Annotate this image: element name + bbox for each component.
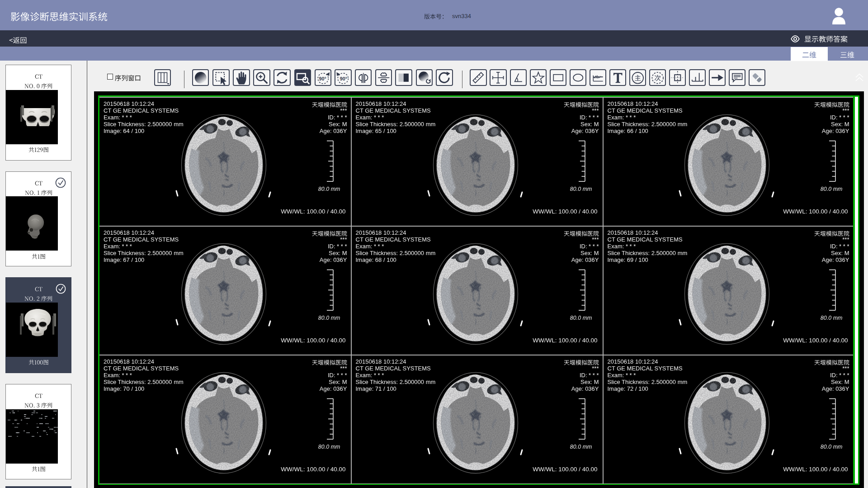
svg-text:90°: 90° xyxy=(340,76,347,81)
svg-text:90°: 90° xyxy=(319,76,326,81)
